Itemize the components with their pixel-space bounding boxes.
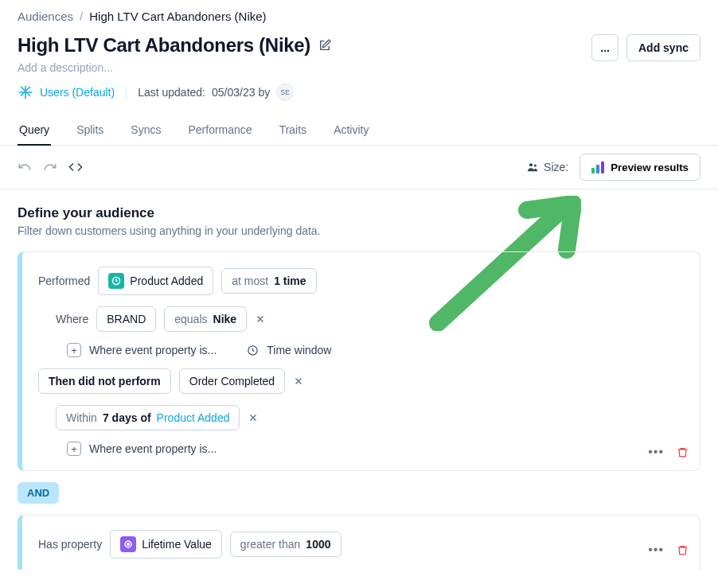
- redo-icon[interactable]: [43, 160, 57, 174]
- condition-block-2: Has property Lifetime Value greater than…: [18, 515, 700, 570]
- snowflake-icon: [18, 84, 33, 100]
- then-chip[interactable]: Then did not perform: [38, 368, 171, 394]
- description-placeholder[interactable]: Add a description...: [18, 61, 331, 74]
- more-icon[interactable]: •••: [648, 445, 664, 459]
- preview-results-button[interactable]: Preview results: [579, 154, 700, 181]
- condition-block-1: Performed Product Added at most 1 time W…: [18, 251, 700, 471]
- remove-icon[interactable]: [293, 376, 304, 387]
- last-updated: Last updated: 05/03/23 by SE: [138, 84, 294, 101]
- add-icon[interactable]: +: [67, 442, 81, 456]
- page-title: High LTV Cart Abandoners (Nike): [18, 34, 310, 56]
- clock-badge-icon: [108, 273, 124, 289]
- avatar: SE: [276, 84, 294, 101]
- add-sync-button[interactable]: Add sync: [626, 34, 700, 61]
- bar-chart-icon: [591, 161, 604, 173]
- svg-point-1: [534, 164, 537, 166]
- operator-chip[interactable]: equals Nike: [164, 306, 247, 332]
- tabs: Query Splits Syncs Performance Traits Ac…: [0, 111, 718, 146]
- more-icon[interactable]: •••: [648, 543, 664, 557]
- clock-icon: [247, 345, 259, 356]
- breadcrumb-separator: /: [80, 10, 83, 23]
- event-chip[interactable]: Product Added: [98, 267, 213, 295]
- add-event-property[interactable]: Where event property is...: [89, 344, 217, 356]
- and-connector[interactable]: AND: [18, 482, 59, 504]
- breadcrumb-current: High LTV Cart Abandoners (Nike): [89, 10, 266, 23]
- attribute-badge-icon: [120, 536, 136, 552]
- event2-chip[interactable]: Order Completed: [179, 368, 285, 394]
- property-chip[interactable]: BRAND: [96, 306, 156, 332]
- section-subtitle: Filter down customers using anything in …: [18, 224, 700, 237]
- frequency-chip[interactable]: at most 1 time: [221, 268, 316, 294]
- svg-point-0: [529, 163, 533, 166]
- tab-traits[interactable]: Traits: [278, 115, 308, 146]
- within-chip[interactable]: Within 7 days of Product Added: [56, 405, 240, 430]
- remove-icon[interactable]: [255, 313, 266, 325]
- add-event-property[interactable]: Where event property is...: [89, 442, 217, 455]
- where-label: Where: [56, 313, 88, 325]
- tab-splits[interactable]: Splits: [75, 115, 105, 146]
- size-label: Size:: [544, 161, 568, 173]
- people-icon: [526, 161, 539, 173]
- tab-performance[interactable]: Performance: [186, 115, 253, 146]
- performed-label: Performed: [38, 275, 90, 287]
- remove-icon[interactable]: [248, 412, 259, 423]
- divider: [126, 85, 127, 99]
- tab-syncs[interactable]: Syncs: [129, 115, 162, 146]
- trash-icon[interactable]: [677, 544, 689, 556]
- property-chip[interactable]: Lifetime Value: [110, 530, 222, 559]
- time-window-link[interactable]: Time window: [267, 344, 331, 356]
- datasource-selector[interactable]: Users (Default): [18, 84, 115, 100]
- breadcrumb: Audiences / High LTV Cart Abandoners (Ni…: [0, 0, 718, 23]
- code-icon[interactable]: [68, 160, 83, 174]
- datasource-label: Users (Default): [40, 86, 115, 99]
- trash-icon[interactable]: [677, 446, 689, 458]
- has-property-label: Has property: [38, 538, 102, 551]
- edit-icon[interactable]: [318, 39, 331, 52]
- tab-query[interactable]: Query: [18, 115, 51, 146]
- more-menu-button[interactable]: ...: [591, 34, 618, 61]
- tab-activity[interactable]: Activity: [332, 115, 370, 146]
- section-title: Define your audience: [18, 205, 700, 221]
- breadcrumb-parent[interactable]: Audiences: [18, 10, 73, 23]
- undo-icon[interactable]: [18, 160, 32, 174]
- operator-chip[interactable]: greater than 1000: [230, 532, 341, 557]
- svg-point-5: [127, 543, 130, 546]
- add-icon[interactable]: +: [67, 343, 81, 357]
